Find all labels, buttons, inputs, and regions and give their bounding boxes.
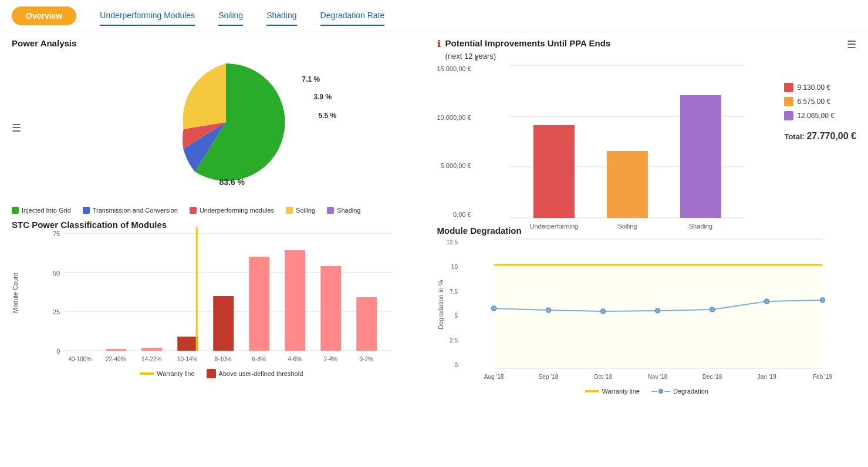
degradation-title: Module Degradation (437, 226, 857, 236)
legend-label-yellow: Soiling (296, 207, 315, 214)
legend-label-green: Injected Into Grid (22, 207, 71, 214)
tab-overview[interactable]: Overview (12, 6, 76, 25)
deg-degradation-label: Degradation (673, 388, 708, 395)
above-threshold-icon (207, 369, 216, 378)
deg-warranty-label: Warranty line (602, 388, 640, 395)
svg-rect-43 (494, 265, 822, 368)
legend-purple-bar (784, 111, 793, 120)
svg-text:Dec '18: Dec '18 (702, 374, 722, 380)
deg-legend-warranty: Warranty line (585, 388, 640, 395)
svg-text:Nov '18: Nov '18 (648, 374, 668, 380)
legend-item-yellow: Soiling (286, 207, 315, 214)
svg-text:14-22%: 14-22% (141, 356, 162, 362)
stc-legend-warranty: Warranty line (140, 369, 194, 378)
svg-rect-17 (356, 297, 377, 351)
svg-rect-14 (249, 257, 269, 351)
svg-point-50 (764, 299, 769, 304)
legend-label-blue: Transmission and Conversion (93, 207, 178, 214)
deg-warranty-line-icon (585, 390, 599, 392)
power-analysis-section: Power Analysis ☰ (12, 38, 431, 214)
svg-text:75: 75 (53, 230, 60, 237)
svg-rect-10 (141, 348, 162, 351)
warranty-line-icon (140, 372, 154, 375)
svg-text:22-40%: 22-40% (106, 356, 126, 362)
svg-rect-32 (607, 151, 648, 218)
legend-red-value: 9.130,00 € (797, 83, 830, 92)
svg-text:0-2%: 0-2% (360, 356, 373, 362)
degradation-chart-svg: Aug '18 Sep '18 Oct '18 Nov '18 Dec '18 … (460, 239, 856, 368)
stc-title: STC Power Classification of Modules (12, 220, 431, 230)
stc-y-label: Module Count (12, 233, 21, 352)
stc-section: STC Power Classification of Modules Modu… (12, 220, 431, 378)
potential-menu-icon[interactable]: ☰ (847, 38, 856, 51)
svg-text:50: 50 (53, 270, 60, 277)
potential-section: ℹ Potential Improvements Until PPA Ends … (437, 38, 857, 220)
svg-text:Feb '19: Feb '19 (813, 374, 832, 380)
y-tick-75: 7.5 (450, 288, 458, 295)
tab-underperforming[interactable]: Underperforming Modules (100, 6, 195, 26)
info-icon: ℹ (437, 38, 441, 49)
legend-color-red (190, 207, 197, 214)
svg-text:2-4%: 2-4% (324, 356, 337, 362)
potential-legend: 9.130,00 € 6.575,00 € 12.065,00 € Total:… (779, 65, 856, 220)
y-label-10000: 10.000,00 € (437, 114, 471, 121)
pie-chart (161, 58, 291, 187)
legend-purple-value: 12.065,00 € (797, 112, 834, 120)
svg-point-49 (710, 307, 714, 312)
svg-text:Aug '18: Aug '18 (484, 374, 504, 380)
degradation-section: Module Degradation Degradation in % 12.5… (437, 226, 857, 395)
legend-item-green: Injected Into Grid (12, 207, 71, 214)
stc-legend-warranty-label: Warranty line (157, 370, 194, 377)
total-label: Total: (784, 132, 804, 141)
y-label-0: 0,00 € (453, 211, 471, 218)
pie-label-39: 3.9 % (314, 93, 332, 101)
svg-text:40-100%: 40-100% (68, 356, 92, 362)
svg-point-47 (600, 309, 605, 314)
legend-item-purple: Shading (327, 207, 360, 214)
svg-point-51 (820, 298, 825, 303)
y-tick-10: 10 (451, 264, 458, 270)
svg-point-48 (655, 308, 660, 313)
tab-degradation-rate[interactable]: Degradation Rate (320, 6, 385, 26)
svg-point-46 (546, 308, 550, 313)
svg-rect-31 (533, 125, 575, 218)
potential-chart-svg: Underperforming Soiling Shading (475, 65, 780, 218)
legend-color-purple (327, 207, 334, 214)
left-column: Power Analysis ☰ (12, 38, 431, 395)
pie-menu-icon[interactable]: ☰ (12, 122, 21, 135)
svg-text:4-6%: 4-6% (288, 356, 302, 362)
y-label-15000: 15.000,00 € (437, 65, 471, 72)
legend-red-bar (784, 83, 793, 92)
navigation: Overview Underperforming Modules Soiling… (0, 0, 868, 32)
legend-item-blue: Transmission and Conversion (83, 207, 178, 214)
svg-rect-15 (285, 250, 305, 351)
legend-color-green (12, 207, 19, 214)
svg-text:25: 25 (53, 308, 60, 315)
svg-text:Oct '18: Oct '18 (594, 374, 613, 380)
potential-total: Total: 27.770,00 € (784, 131, 856, 142)
legend-color-blue (83, 207, 90, 214)
main-content: Power Analysis ☰ (0, 32, 868, 401)
stc-chart-svg: 75 50 25 0 (23, 233, 431, 351)
legend-item-purple-bar: 12.065,00 € (784, 111, 856, 120)
y-tick-125: 12.5 (447, 239, 458, 246)
deg-y-label: Degradation in % (437, 239, 447, 370)
y-label-5000: 5.000,00 € (441, 162, 471, 169)
tab-shading[interactable]: Shading (266, 6, 296, 26)
svg-text:Shading: Shading (688, 223, 712, 230)
power-analysis-title: Power Analysis (12, 38, 431, 48)
legend-item-red: Underperforming modules (190, 207, 274, 214)
y-tick-25: 2.5 (450, 337, 458, 344)
pie-label-71: 7.1 % (302, 75, 320, 83)
legend-label-red: Underperforming modules (200, 207, 274, 214)
deg-legend-degradation: Degradation (651, 388, 708, 395)
total-value: 27.770,00 € (806, 131, 856, 141)
pie-label-836: 83.6 % (219, 177, 245, 187)
pie-segment-yellow (183, 63, 227, 129)
svg-text:Soiling: Soiling (617, 223, 637, 230)
stc-legend-above: Above user-defined threshold (207, 369, 303, 378)
potential-subtitle: (next 12 years) (445, 52, 611, 61)
svg-rect-13 (213, 296, 234, 351)
svg-rect-16 (320, 266, 341, 351)
tab-soiling[interactable]: Soiling (218, 6, 243, 26)
